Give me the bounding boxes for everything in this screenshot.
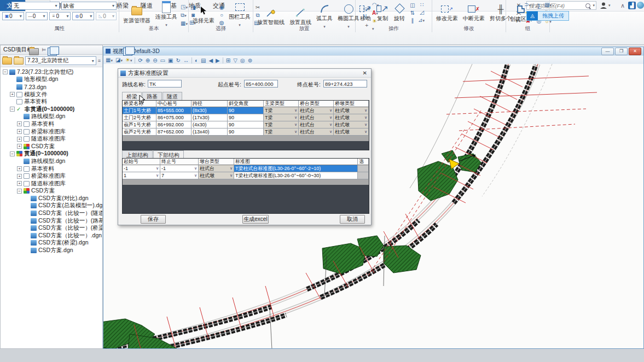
place-smartline-button[interactable]: 放置智能线: [256, 7, 286, 27]
tree-item[interactable]: 路线模型.dgn: [1, 157, 102, 165]
table-cell-combo[interactable]: 柱式墩: [199, 172, 234, 179]
user-account-icon[interactable]: ▾: [600, 1, 611, 10]
panel-options-icon[interactable]: ≡: [98, 58, 101, 63]
tree-item[interactable]: CSD方案（比较一）(路基).dgn: [1, 217, 102, 225]
tree-expander[interactable]: −: [10, 151, 15, 156]
tree-item[interactable]: +隧道标准图库: [1, 135, 102, 143]
pan-view-icon[interactable]: ↔: [183, 57, 189, 63]
display-style-icon[interactable]: ◪▾: [115, 57, 123, 64]
tree-item[interactable]: +桥梁标准图库: [1, 128, 102, 136]
explorer-button[interactable]: 资源管理器: [121, 5, 152, 25]
align-icon[interactable]: ⇅: [409, 9, 416, 16]
tree-item[interactable]: 路线模型.dgn: [1, 113, 102, 121]
modify-element-button[interactable]: ↗ 修改元素: [434, 3, 460, 23]
table-row[interactable]: 葫芦1号大桥86+992.000(4x30)90T梁柱式台柱式墩: [123, 121, 369, 129]
adjust-lighting-icon[interactable]: ☀▾: [125, 57, 132, 64]
cancel-button[interactable]: 取消: [340, 215, 365, 224]
tree-expander[interactable]: −: [17, 189, 22, 194]
tree-expander[interactable]: +: [17, 121, 22, 126]
update-view-icon[interactable]: ⟳: [138, 57, 142, 63]
walk-icon[interactable]: ◐: [195, 57, 198, 63]
table-row[interactable]: 葫芦2号大桥87+652.000(13x40)90T梁柱式台柱式墩: [123, 129, 369, 136]
array-icon[interactable]: ∷: [418, 1, 426, 8]
move-button[interactable]: ↗ 移动: [358, 3, 373, 23]
tree-item[interactable]: −7.23(7.23:北京跨世纪): [1, 68, 102, 76]
save-button[interactable]: 保存: [141, 215, 166, 224]
multi-model-icon[interactable]: [48, 48, 57, 56]
table-cell-combo[interactable]: 1: [123, 172, 160, 179]
open-project-icon[interactable]: [2, 57, 12, 65]
tree-item[interactable]: −✓非贯通(0~1000000): [1, 106, 102, 113]
pin-icon[interactable]: ⊨: [42, 47, 46, 52]
end-stake-input[interactable]: [323, 80, 367, 87]
tree-item[interactable]: −CSD方案: [1, 188, 102, 195]
tree-item[interactable]: 地形模型.dgn: [1, 76, 102, 84]
table-row[interactable]: 17柱式墩T梁柱式墩标准图(L30-26-0°~60°-0~30): [123, 172, 369, 179]
view-previous-icon[interactable]: ◀: [208, 57, 213, 63]
table-cell-combo[interactable]: 7: [160, 172, 199, 179]
table-cell-combo[interactable]: 柱式台: [299, 114, 334, 121]
search-dropdown-icon[interactable]: ▾: [593, 3, 595, 8]
element-template-combo[interactable]: 缺省: [61, 2, 117, 10]
tree-item[interactable]: CSD方案（比较一）(隧道).dgn: [1, 209, 102, 217]
table-cell-combo[interactable]: 柱式台: [299, 129, 334, 136]
create-complex-chain-icon[interactable]: ∑: [535, 2, 543, 9]
table-cell-combo[interactable]: -1: [160, 165, 199, 172]
tree-expander[interactable]: +: [17, 129, 22, 134]
tree-item[interactable]: 7.23.dgn: [1, 83, 102, 91]
rotate-button[interactable]: 旋转: [392, 3, 407, 23]
scale-icon[interactable]: ◿: [418, 9, 426, 16]
table-cell-combo[interactable]: 柱式墩: [334, 107, 369, 114]
table-row[interactable]: -1-1柱式台T梁柱式台标准图(L30-26-0°~60°-2~10): [123, 165, 369, 172]
table-cell-combo[interactable]: 柱式墩: [334, 121, 369, 129]
app-badge-icon[interactable]: ▟: [628, 2, 636, 9]
tree-expander[interactable]: +: [17, 144, 22, 149]
view-title-bar[interactable]: 视图 2, Default-3D — ❐ ✕: [103, 47, 643, 55]
dialog-close-icon[interactable]: ✕: [361, 70, 369, 76]
line-weight-combo[interactable]: ≡0: [49, 12, 71, 20]
view-next-icon[interactable]: ▶: [216, 57, 220, 63]
tree-expander[interactable]: +: [10, 92, 15, 97]
tree-item[interactable]: CSD方案（比较一）.dgn: [1, 232, 102, 240]
history-icon[interactable]: [29, 48, 39, 55]
tree-expander[interactable]: +: [17, 166, 22, 171]
zoom-out-icon[interactable]: ⊖: [153, 57, 157, 63]
zoom-in-icon[interactable]: ⊕: [146, 57, 150, 63]
tree-item[interactable]: 基本资料: [1, 98, 102, 106]
table-cell-combo[interactable]: T梁: [264, 121, 299, 129]
view-minimize-button[interactable]: —: [601, 48, 614, 55]
color-combo[interactable]: ▣0: [2, 12, 24, 20]
project-combo[interactable]: 7.23_北京跨世纪: [25, 56, 96, 65]
table-row[interactable]: 土门1号大桥85+555.000(8x30)90T梁柱式台柱式墩: [123, 107, 369, 114]
tree-item[interactable]: +CSD方案: [1, 143, 102, 150]
clip-mask-icon[interactable]: ◎: [240, 57, 245, 63]
view-restore-button[interactable]: ❐: [615, 48, 628, 55]
dialog-title-bar[interactable]: 方案标准图设置 ✕: [118, 69, 371, 78]
select-element-button[interactable]: 选择元素: [191, 5, 216, 25]
start-stake-input[interactable]: [244, 80, 278, 87]
help-globe-icon[interactable]: [637, 2, 644, 9]
navigate-view-icon[interactable]: ▤: [201, 57, 206, 63]
view-perspective-icon[interactable]: ⊚: [248, 57, 252, 63]
level-combo[interactable]: 无: [11, 2, 60, 10]
table-cell-combo[interactable]: -1: [123, 165, 160, 172]
view-attributes-icon[interactable]: ▦▾: [106, 57, 113, 64]
tree-item[interactable]: +隧道标准图库: [1, 180, 102, 188]
row-select-button[interactable]: [358, 165, 369, 172]
tree-item[interactable]: +基本资料: [1, 165, 102, 173]
tree-item[interactable]: +基本资料: [1, 120, 102, 128]
table-cell-combo[interactable]: 柱式墩: [334, 114, 369, 121]
tree-expander[interactable]: −: [3, 69, 8, 74]
tree-expander[interactable]: +: [17, 174, 22, 179]
table-cell-combo[interactable]: 柱式墩: [334, 129, 369, 136]
tree-item[interactable]: CSD方案.dgn: [1, 247, 102, 254]
transparency-combo[interactable]: ◍0: [72, 12, 94, 20]
tree-item[interactable]: +模板文件: [1, 91, 102, 98]
line-style-combo[interactable]: ―0: [26, 12, 48, 20]
clip-volume-icon[interactable]: ▽: [233, 57, 237, 63]
copy-view-icon[interactable]: ⊞: [226, 57, 230, 63]
table-cell-combo[interactable]: T梁: [264, 107, 299, 114]
tree-expander[interactable]: +: [17, 137, 22, 142]
fit-view-icon[interactable]: ▣: [168, 57, 173, 63]
tree-expander[interactable]: −: [10, 107, 15, 112]
